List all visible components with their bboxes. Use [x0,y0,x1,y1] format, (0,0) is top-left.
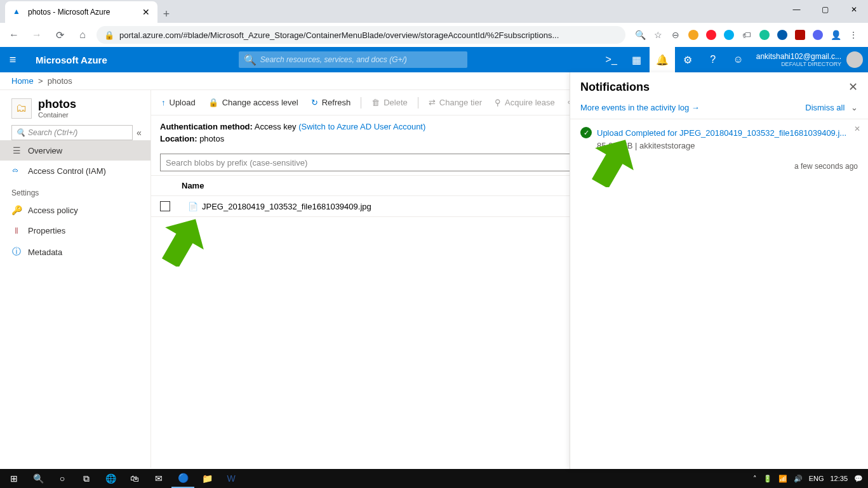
tab-title: photos - Microsoft Azure [28,8,110,16]
window-minimize[interactable]: — [782,0,811,19]
sidebar-item-properties[interactable]: ⦀ Properties [0,220,150,241]
sidebar-item-access-policy[interactable]: 🔑 Access policy [0,200,150,220]
sidebar-item-label: Access Control (IAM) [28,166,106,176]
nav-reload-button[interactable]: ⟳ [51,26,69,44]
tray-chevron-icon[interactable]: ˄ [753,475,757,483]
change-access-label: Change access level [222,98,298,107]
delete-icon: 🗑 [371,98,380,107]
volume-icon[interactable]: 🔊 [794,475,803,483]
user-menu[interactable]: ankitshahi102@gmail.c... DEFAULT DIRECTO… [751,51,868,68]
tag-icon[interactable]: 🏷 [741,29,752,41]
lock-icon: 🔒 [104,30,114,40]
auth-switch-link[interactable]: (Switch to Azure AD User Account) [298,122,425,131]
directories-icon[interactable]: ▦ [624,47,650,72]
nav-forward-button[interactable]: → [28,26,46,44]
sidebar-item-iam[interactable]: ᯅ Access Control (IAM) [0,161,150,181]
dismiss-all-link[interactable]: Dismiss all [805,103,845,112]
delete-button[interactable]: 🗑Delete [366,95,413,110]
grammarly-icon[interactable] [759,29,770,41]
browser-chrome: — ▢ ✕ ▲ photos - Microsoft Azure ✕ + ← →… [0,0,868,47]
sidebar-item-metadata[interactable]: ⓘ Metadata [0,241,150,263]
clock[interactable]: 12:35 [830,475,848,482]
cortana-button[interactable]: ○ [51,469,74,488]
container-icon: 🗂 [11,98,32,119]
refresh-button[interactable]: ↻Refresh [306,95,356,110]
new-tab-button[interactable]: + [157,5,175,23]
address-bar: ← → ⟳ ⌂ 🔒 portal.azure.com/#blade/Micros… [0,23,868,47]
change-tier-button[interactable]: ⇄Change tier [424,95,487,110]
mail-icon[interactable]: ✉ [147,469,170,488]
task-view-button[interactable]: ⧉ [75,469,98,488]
browser-tab[interactable]: ▲ photos - Microsoft Azure ✕ [5,1,157,23]
upload-label: Upload [170,98,196,107]
row-checkbox[interactable] [160,201,170,211]
notifications-icon[interactable]: 🔔 [650,47,675,72]
settings-icon[interactable]: ⚙ [675,47,700,72]
nav-home-button[interactable]: ⌂ [74,26,91,44]
zoom-icon[interactable]: 🔍 [634,29,646,41]
notifications-close-button[interactable]: ✕ [848,80,858,94]
sidebar-collapse-button[interactable]: « [133,128,145,138]
file-icon: 📄 [188,202,198,211]
properties-icon: ⦀ [11,225,22,236]
annotation-arrow-2 [591,136,635,187]
opera-icon[interactable] [705,29,717,41]
feedback-icon[interactable]: ☺ [726,47,751,72]
sidebar-title: photos [38,98,76,111]
azure-brand[interactable]: Microsoft Azure [25,55,107,65]
discord-icon[interactable] [812,29,824,41]
edge-icon[interactable]: 🌐 [99,469,122,488]
acquire-lease-button[interactable]: ⚲Acquire lease [490,95,560,110]
sidebar-item-label: Access policy [28,206,78,215]
sidebar-subtitle: Container [38,111,76,119]
action-center-icon[interactable]: 💬 [854,475,863,483]
delete-label: Delete [384,98,408,107]
pdf-icon[interactable] [794,29,806,41]
ext2-icon[interactable] [777,29,788,41]
chevron-down-icon[interactable]: ⌄ [851,103,858,112]
window-maximize[interactable]: ▢ [811,0,839,19]
tab-close-icon[interactable]: ✕ [142,7,150,17]
lease-icon: ⚲ [495,98,501,107]
word-icon[interactable]: W [220,469,243,488]
more-events-link[interactable]: More events in the activity log → [580,103,700,112]
sidebar-search-placeholder: Search (Ctrl+/) [28,128,77,137]
ext1-icon[interactable] [688,29,699,41]
sidebar-search[interactable]: 🔍 Search (Ctrl+/) [11,125,133,140]
explorer-icon[interactable]: 📁 [196,469,218,488]
avatar [846,51,863,68]
start-button[interactable]: ⊞ [3,469,25,488]
azure-search-input[interactable] [260,55,462,64]
upload-button[interactable]: ↑Upload [156,95,201,110]
profile-icon[interactable]: 👤 [830,29,841,41]
location-value: photos [199,134,224,143]
star-icon[interactable]: ☆ [652,29,664,41]
url-field[interactable]: 🔒 portal.azure.com/#blade/Microsoft_Azur… [97,26,625,44]
language-indicator[interactable]: ENG [809,475,824,482]
blob-name[interactable]: JPEG_20180419_103532_file1681039409.jpg [202,202,371,211]
azure-search[interactable]: 🔍 [239,51,467,68]
window-controls: — ▢ ✕ [782,0,868,19]
search-button[interactable]: 🔍 [27,469,50,488]
adblock-icon[interactable]: ⊖ [670,29,681,41]
chrome-icon[interactable]: 🔵 [171,469,194,488]
overview-icon: ☰ [11,145,22,155]
sidebar-item-overview[interactable]: ☰ Overview [0,140,150,161]
window-close[interactable]: ✕ [839,0,868,19]
wifi-icon[interactable]: 📶 [778,475,787,483]
notification-dismiss-icon[interactable]: ✕ [854,124,860,133]
chrome-menu-icon[interactable]: ⋮ [848,29,859,41]
cloud-shell-icon[interactable]: >_ [599,47,624,72]
annotation-arrow-1 [161,216,205,267]
skype-icon[interactable] [723,29,735,41]
acquire-lease-label: Acquire lease [505,98,555,107]
breadcrumb-home[interactable]: Home [11,76,34,86]
nav-back-button[interactable]: ← [5,26,23,44]
store-icon[interactable]: 🛍 [123,469,146,488]
change-access-button[interactable]: 🔒Change access level [203,95,304,110]
help-icon[interactable]: ? [700,47,726,72]
battery-icon[interactable]: 🔋 [763,475,772,483]
portal-menu-button[interactable]: ≡ [0,53,25,67]
info-icon: ⓘ [11,246,22,258]
sidebar-item-label: Overview [28,146,62,155]
